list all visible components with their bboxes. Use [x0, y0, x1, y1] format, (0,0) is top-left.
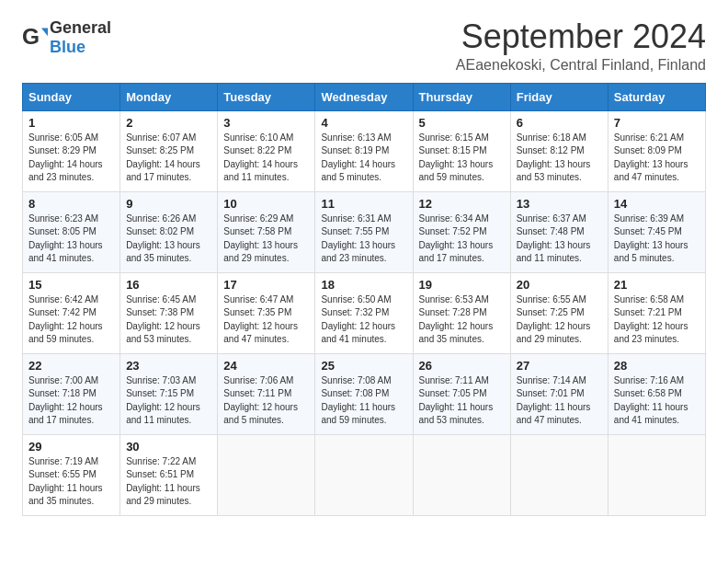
day-number: 10 [223, 197, 309, 211]
day-number: 18 [321, 278, 406, 292]
calendar-cell: 17Sunrise: 6:47 AMSunset: 7:35 PMDayligh… [218, 272, 315, 353]
calendar-table: SundayMondayTuesdayWednesdayThursdayFrid… [22, 83, 706, 516]
day-info: Sunrise: 6:21 AMSunset: 8:09 PMDaylight:… [614, 132, 700, 185]
day-info: Sunrise: 6:18 AMSunset: 8:12 PMDaylight:… [517, 132, 602, 185]
day-info: Sunrise: 6:37 AMSunset: 7:48 PMDaylight:… [517, 213, 602, 266]
calendar-cell: 16Sunrise: 6:45 AMSunset: 7:38 PMDayligh… [120, 272, 218, 353]
day-number: 19 [419, 278, 505, 292]
day-number: 28 [614, 359, 700, 373]
calendar-cell: 7Sunrise: 6:21 AMSunset: 8:09 PMDaylight… [608, 110, 705, 191]
calendar-header-row: SundayMondayTuesdayWednesdayThursdayFrid… [23, 83, 706, 110]
calendar-cell: 10Sunrise: 6:29 AMSunset: 7:58 PMDayligh… [218, 191, 315, 272]
day-number: 2 [126, 116, 211, 130]
day-info: Sunrise: 7:19 AMSunset: 6:55 PMDaylight:… [28, 455, 114, 509]
logo: G General Blue [22, 18, 111, 57]
calendar-cell: 28Sunrise: 7:16 AMSunset: 6:58 PMDayligh… [608, 353, 705, 434]
calendar-cell: 22Sunrise: 7:00 AMSunset: 7:18 PMDayligh… [23, 353, 120, 434]
col-header-thursday: Thursday [413, 83, 510, 110]
calendar-week-row: 8Sunrise: 6:23 AMSunset: 8:05 PMDaylight… [23, 191, 706, 272]
calendar-cell: 11Sunrise: 6:31 AMSunset: 7:55 PMDayligh… [315, 191, 413, 272]
day-info: Sunrise: 7:03 AMSunset: 7:15 PMDaylight:… [126, 374, 211, 428]
month-title: September 2024 [456, 18, 706, 55]
calendar-cell: 4Sunrise: 6:13 AMSunset: 8:19 PMDaylight… [315, 110, 413, 191]
svg-marker-1 [41, 29, 48, 37]
calendar-cell: 25Sunrise: 7:08 AMSunset: 7:08 PMDayligh… [315, 353, 413, 434]
calendar-cell: 26Sunrise: 7:11 AMSunset: 7:05 PMDayligh… [413, 353, 510, 434]
day-number: 25 [321, 359, 406, 373]
day-info: Sunrise: 6:42 AMSunset: 7:42 PMDaylight:… [28, 293, 114, 347]
calendar-cell [413, 434, 510, 515]
day-info: Sunrise: 7:06 AMSunset: 7:11 PMDaylight:… [223, 374, 309, 428]
day-info: Sunrise: 7:22 AMSunset: 6:51 PMDaylight:… [126, 455, 211, 509]
day-info: Sunrise: 6:10 AMSunset: 8:22 PMDaylight:… [223, 132, 309, 185]
calendar-cell: 12Sunrise: 6:34 AMSunset: 7:52 PMDayligh… [413, 191, 510, 272]
col-header-sunday: Sunday [23, 83, 120, 110]
day-number: 11 [321, 197, 406, 211]
calendar-cell: 18Sunrise: 6:50 AMSunset: 7:32 PMDayligh… [315, 272, 413, 353]
day-number: 16 [126, 278, 211, 292]
day-number: 29 [28, 440, 114, 454]
day-info: Sunrise: 6:55 AMSunset: 7:25 PMDaylight:… [517, 293, 602, 347]
calendar-cell: 2Sunrise: 6:07 AMSunset: 8:25 PMDaylight… [120, 110, 218, 191]
calendar-week-row: 29Sunrise: 7:19 AMSunset: 6:55 PMDayligh… [23, 434, 706, 515]
col-header-monday: Monday [120, 83, 218, 110]
subtitle: AEaenekoski, Central Finland, Finland [456, 57, 706, 74]
calendar-cell: 29Sunrise: 7:19 AMSunset: 6:55 PMDayligh… [23, 434, 120, 515]
calendar-cell: 23Sunrise: 7:03 AMSunset: 7:15 PMDayligh… [120, 353, 218, 434]
col-header-wednesday: Wednesday [315, 83, 413, 110]
day-number: 13 [517, 197, 602, 211]
col-header-tuesday: Tuesday [218, 83, 315, 110]
calendar-cell: 1Sunrise: 6:05 AMSunset: 8:29 PMDaylight… [23, 110, 120, 191]
calendar-cell: 5Sunrise: 6:15 AMSunset: 8:15 PMDaylight… [413, 110, 510, 191]
col-header-saturday: Saturday [608, 83, 705, 110]
calendar-cell [608, 434, 705, 515]
day-number: 17 [223, 278, 309, 292]
col-header-friday: Friday [510, 83, 608, 110]
logo-icon: G [22, 25, 48, 51]
day-info: Sunrise: 7:16 AMSunset: 6:58 PMDaylight:… [614, 374, 700, 428]
calendar-cell: 24Sunrise: 7:06 AMSunset: 7:11 PMDayligh… [218, 353, 315, 434]
day-number: 22 [28, 359, 114, 373]
calendar-cell: 9Sunrise: 6:26 AMSunset: 8:02 PMDaylight… [120, 191, 218, 272]
day-info: Sunrise: 7:00 AMSunset: 7:18 PMDaylight:… [28, 374, 114, 428]
day-info: Sunrise: 6:58 AMSunset: 7:21 PMDaylight:… [614, 293, 700, 347]
calendar-cell: 20Sunrise: 6:55 AMSunset: 7:25 PMDayligh… [510, 272, 608, 353]
logo-text-general: General [50, 18, 111, 37]
calendar-cell: 15Sunrise: 6:42 AMSunset: 7:42 PMDayligh… [23, 272, 120, 353]
day-number: 5 [419, 116, 505, 130]
day-info: Sunrise: 6:45 AMSunset: 7:38 PMDaylight:… [126, 293, 211, 347]
calendar-cell: 19Sunrise: 6:53 AMSunset: 7:28 PMDayligh… [413, 272, 510, 353]
calendar-week-row: 15Sunrise: 6:42 AMSunset: 7:42 PMDayligh… [23, 272, 706, 353]
logo-text-blue: Blue [50, 38, 85, 56]
day-info: Sunrise: 6:26 AMSunset: 8:02 PMDaylight:… [126, 213, 211, 266]
day-info: Sunrise: 7:11 AMSunset: 7:05 PMDaylight:… [419, 374, 505, 428]
day-number: 30 [126, 440, 211, 454]
calendar-cell [315, 434, 413, 515]
day-number: 20 [517, 278, 602, 292]
day-number: 12 [419, 197, 505, 211]
day-number: 24 [223, 359, 309, 373]
day-number: 4 [321, 116, 406, 130]
day-info: Sunrise: 6:47 AMSunset: 7:35 PMDaylight:… [223, 293, 309, 347]
day-info: Sunrise: 6:50 AMSunset: 7:32 PMDaylight:… [321, 293, 406, 347]
day-number: 3 [223, 116, 309, 130]
calendar-cell [510, 434, 608, 515]
calendar-cell: 8Sunrise: 6:23 AMSunset: 8:05 PMDaylight… [23, 191, 120, 272]
day-info: Sunrise: 6:34 AMSunset: 7:52 PMDaylight:… [419, 213, 505, 266]
day-info: Sunrise: 6:05 AMSunset: 8:29 PMDaylight:… [28, 132, 114, 185]
calendar-cell: 30Sunrise: 7:22 AMSunset: 6:51 PMDayligh… [120, 434, 218, 515]
calendar-cell: 3Sunrise: 6:10 AMSunset: 8:22 PMDaylight… [218, 110, 315, 191]
calendar-week-row: 22Sunrise: 7:00 AMSunset: 7:18 PMDayligh… [23, 353, 706, 434]
day-info: Sunrise: 6:07 AMSunset: 8:25 PMDaylight:… [126, 132, 211, 185]
day-info: Sunrise: 7:14 AMSunset: 7:01 PMDaylight:… [517, 374, 602, 428]
day-number: 8 [28, 197, 114, 211]
day-number: 27 [517, 359, 602, 373]
calendar-cell: 21Sunrise: 6:58 AMSunset: 7:21 PMDayligh… [608, 272, 705, 353]
day-number: 15 [28, 278, 114, 292]
day-info: Sunrise: 6:31 AMSunset: 7:55 PMDaylight:… [321, 213, 406, 266]
day-info: Sunrise: 6:15 AMSunset: 8:15 PMDaylight:… [419, 132, 505, 185]
day-number: 7 [614, 116, 700, 130]
day-info: Sunrise: 6:53 AMSunset: 7:28 PMDaylight:… [419, 293, 505, 347]
day-info: Sunrise: 6:23 AMSunset: 8:05 PMDaylight:… [28, 213, 114, 266]
title-area: September 2024 AEaenekoski, Central Finl… [456, 18, 706, 74]
